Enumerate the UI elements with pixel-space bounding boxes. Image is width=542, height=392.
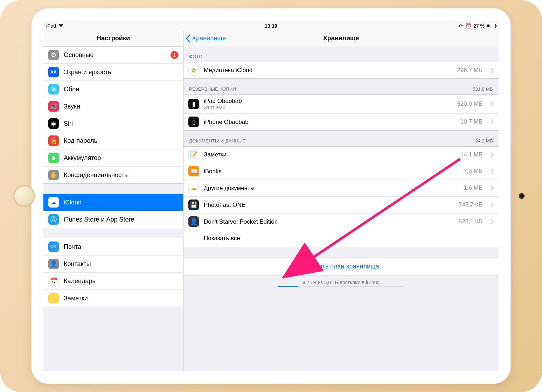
sidebar-item-label: iTunes Store и App Store [64, 216, 134, 223]
battery-pct: 27 % [473, 23, 485, 29]
row-size: 1,6 МБ [464, 184, 482, 191]
sidebar-item-sounds[interactable]: 🔊Звуки [43, 98, 183, 115]
change-plan-button[interactable]: Сменить план хранилища [183, 258, 499, 275]
sidebar-item-label: Siri [64, 120, 73, 127]
section-size: 24,2 МБ [475, 138, 493, 144]
settings-sidebar: Настройки ⚙︎Основные1AAЭкран и яркость❋О… [43, 31, 183, 371]
itunes-icon: Ⓐ [48, 214, 59, 225]
ibooks-icon: 📖 [188, 166, 199, 176]
sidebar-item-label: Звуки [64, 103, 80, 110]
row-title: Другие документы [204, 184, 255, 192]
row-size: 745,7 КБ [459, 201, 482, 208]
section-header: ФОТО [183, 46, 499, 62]
sidebar-item-label: Контакты [64, 260, 91, 267]
row-photofast[interactable]: 💾PhotoFast ONE745,7 КБ [183, 197, 499, 214]
status-time: 13:19 [265, 23, 277, 29]
display-icon: AA [48, 67, 59, 77]
settings-scroll[interactable]: ⚙︎Основные1AAЭкран и яркость❋Обои🔊Звуки◉… [43, 46, 183, 371]
sidebar-item-label: Календарь [64, 278, 96, 285]
wallpaper-icon: ❋ [48, 84, 59, 94]
section-title: ДОКУМЕНТЫ И ДАННЫЕ [189, 138, 246, 144]
camera-dot [519, 193, 524, 199]
back-button[interactable]: Хранилище [183, 35, 226, 42]
row-size: 14,1 МБ [460, 151, 482, 158]
sidebar-item-label: Почта [64, 243, 81, 250]
sidebar-item-general[interactable]: ⚙︎Основные1 [43, 46, 183, 64]
sidebar-item-privacy[interactable]: ✋Конфиденциальность [43, 167, 183, 184]
iphone-backup-icon: ▯ [188, 117, 199, 127]
sidebar-item-itunes[interactable]: ⒶiTunes Store и App Store [43, 211, 183, 228]
row-ibooks[interactable]: 📖iBooks7,3 МБ [183, 163, 499, 180]
orientation-lock-icon: ⟳ [459, 23, 463, 29]
row-size: 526,1 КБ [459, 218, 482, 225]
row-size: 10,7 МБ [460, 118, 482, 125]
mail-icon: ✉︎ [48, 241, 59, 252]
quota-text: 4,2 ГБ из 5,0 ГБ доступно в iCloud [183, 275, 499, 286]
chevron-right-icon [491, 219, 494, 224]
row-iphone-backup[interactable]: ▯iPhone Obaobab10,7 МБ [183, 114, 499, 131]
chevron-right-icon [491, 152, 494, 157]
photolib-icon: ✿ [188, 65, 199, 76]
section-header: РЕЗЕРВНЫЕ КОПИИ531,6 МБ [183, 79, 499, 94]
passcode-icon: 🔒 [48, 135, 59, 146]
sidebar-item-icloud[interactable]: ☁︎iCloud [43, 194, 183, 211]
chevron-right-icon [491, 202, 494, 207]
alarm-icon: ⏰ [465, 23, 471, 29]
section-size: 531,6 МБ [473, 86, 493, 92]
notes-app-icon: 📝 [188, 149, 199, 160]
row-title: iPhone Obaobab [204, 118, 249, 126]
ipad-backup-icon: ▮ [188, 99, 199, 109]
content: Настройки ⚙︎Основные1AAЭкран и яркость❋О… [43, 31, 499, 371]
sidebar-item-label: Основные [64, 51, 93, 58]
battery-icon: ■ [48, 153, 59, 163]
row-title: Медиатека iCloud [204, 66, 252, 74]
sidebar-item-wallpaper[interactable]: ❋Обои [43, 81, 183, 98]
settings-title: Настройки [43, 31, 183, 46]
row-notes-app[interactable]: 📝Заметки14,1 МБ [183, 146, 499, 163]
sidebar-item-label: Конфиденциальность [64, 172, 128, 178]
sidebar-item-label: Обои [64, 86, 79, 93]
dontstarve-icon: 👤 [188, 216, 199, 227]
row-title: PhotoFast ONE [204, 201, 245, 209]
icloud-icon: ☁︎ [48, 197, 59, 208]
sidebar-item-battery[interactable]: ■Аккумулятор [43, 149, 183, 167]
sidebar-item-sublabel [82, 200, 83, 205]
nav-bar: Хранилище Хранилище [183, 31, 499, 46]
row-other-docs[interactable]: ☁︎Другие документы1,6 МБ [183, 180, 499, 197]
detail-scroll[interactable]: ФОТО✿Медиатека iCloud296,7 МБРЕЗЕРВНЫЕ К… [183, 46, 499, 371]
sidebar-item-contacts[interactable]: 👤Контакты [43, 255, 183, 273]
row-photolib[interactable]: ✿Медиатека iCloud296,7 МБ [183, 62, 499, 79]
sidebar-item-label: Заметки [64, 295, 88, 302]
general-icon: ⚙︎ [48, 50, 59, 60]
chevron-right-icon [491, 186, 494, 190]
back-label: Хранилище [192, 35, 226, 42]
chevron-right-icon [491, 119, 494, 124]
sidebar-item-display[interactable]: AAЭкран и яркость [43, 64, 183, 81]
chevron-right-icon [491, 68, 494, 73]
home-button[interactable] [13, 185, 35, 207]
badge: 1 [171, 51, 178, 59]
sidebar-item-mail[interactable]: ✉︎Почта [43, 238, 183, 255]
row-size: 296,7 МБ [457, 67, 482, 74]
sidebar-item-passcode[interactable]: 🔒Код-пароль [43, 132, 183, 149]
show-all-button[interactable]: Показать все [183, 230, 499, 247]
calendar-icon: 📅 [48, 276, 59, 286]
row-title: Don't Starve: Pocket Edition [204, 218, 278, 225]
privacy-icon: ✋ [48, 170, 59, 180]
section-header: ДОКУМЕНТЫ И ДАННЫЕ24,2 МБ [183, 131, 499, 146]
row-dontstarve[interactable]: 👤Don't Starve: Pocket Edition526,1 КБ [183, 214, 499, 230]
status-device: iPad [46, 23, 56, 29]
screen: iPad 13:19 ⟳ ⏰ 27 % Настройки ⚙︎Основные… [43, 21, 499, 371]
chevron-right-icon [491, 102, 494, 106]
page-title: Хранилище [323, 35, 359, 42]
sidebar-item-calendar[interactable]: 📅Календарь [43, 273, 183, 290]
quota-bar [278, 286, 404, 287]
row-ipad-backup[interactable]: ▮iPad ObaobabЭтот iPad520,9 МБ [183, 94, 499, 114]
storage-detail: Хранилище Хранилище ФОТО✿Медиатека iClou… [183, 31, 499, 371]
sidebar-item-siri[interactable]: ◉Siri [43, 115, 183, 132]
row-subtitle: Этот iPad [204, 105, 242, 111]
section-title: РЕЗЕРВНЫЕ КОПИИ [189, 86, 236, 92]
status-bar: iPad 13:19 ⟳ ⏰ 27 % [43, 21, 499, 31]
sidebar-item-label: Экран и яркость [64, 69, 111, 76]
sidebar-item-notes[interactable]: Заметки [43, 290, 183, 307]
